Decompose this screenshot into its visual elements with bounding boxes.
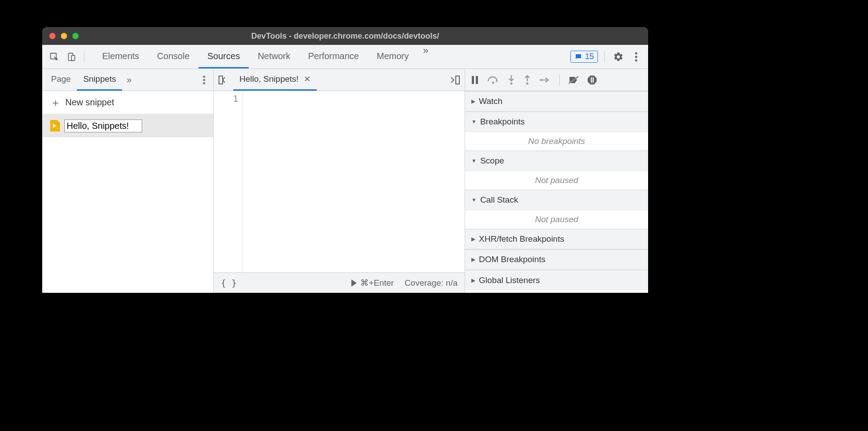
svg-point-7 — [203, 79, 205, 80]
section-watch-label: Watch — [479, 96, 502, 106]
code-area[interactable]: 1 — [214, 91, 465, 272]
section-global-listeners[interactable]: ▶ Global Listeners — [465, 270, 648, 290]
messages-count: 15 — [585, 52, 594, 61]
svg-rect-20 — [591, 77, 592, 83]
collapse-triangle-icon: ▶ — [471, 236, 475, 242]
debug-divider — [559, 74, 560, 86]
sources-sidebar: Page Snippets » ＋ New snippet — [42, 69, 214, 293]
step-over-icon[interactable] — [487, 76, 499, 84]
svg-point-16 — [540, 79, 542, 81]
pause-icon[interactable] — [471, 76, 478, 84]
coverage-label: Coverage: n/a — [405, 278, 458, 288]
svg-point-8 — [203, 82, 205, 84]
section-global-label: Global Listeners — [479, 275, 540, 285]
sidebar-more-chevron-icon[interactable]: » — [122, 75, 136, 85]
tab-network[interactable]: Network — [249, 45, 299, 68]
debugger-pane: ▶ Watch ▼ Breakpoints No breakpoints ▼ S… — [465, 69, 648, 293]
run-snippet-button[interactable]: ⌘+Enter — [351, 278, 394, 288]
svg-point-6 — [203, 76, 205, 77]
svg-point-4 — [635, 56, 637, 58]
callstack-body: Not paused — [465, 210, 648, 229]
section-xhr-label: XHR/fetch Breakpoints — [479, 234, 564, 244]
line-gutter: 1 — [214, 91, 243, 272]
traffic-lights — [49, 33, 79, 39]
tab-performance[interactable]: Performance — [299, 45, 368, 68]
code-content[interactable] — [243, 91, 465, 272]
tab-console[interactable]: Console — [148, 45, 198, 68]
editor-tab-label: Hello, Snippets! — [239, 74, 299, 84]
section-xhr-breakpoints[interactable]: ▶ XHR/fetch Breakpoints — [465, 229, 648, 249]
svg-point-3 — [635, 52, 637, 54]
new-snippet-button[interactable]: ＋ New snippet — [42, 91, 213, 114]
editor-footer: { } ⌘+Enter Coverage: n/a — [214, 272, 465, 293]
expand-triangle-icon: ▼ — [471, 119, 477, 125]
svg-rect-11 — [472, 76, 474, 84]
sidebar-kebab-icon[interactable] — [197, 76, 211, 84]
step-out-icon[interactable] — [524, 75, 531, 85]
svg-rect-10 — [456, 76, 459, 84]
titlebar: DevTools - developer.chrome.com/docs/dev… — [42, 27, 648, 45]
navigate-forward-icon[interactable] — [448, 73, 461, 87]
svg-point-13 — [492, 81, 494, 84]
panel-tabs: Elements Console Sources Network Perform… — [93, 45, 434, 68]
section-callstack-label: Call Stack — [480, 195, 518, 205]
main-toolbar: Elements Console Sources Network Perform… — [42, 45, 648, 69]
close-window-button[interactable] — [49, 33, 56, 39]
toolbar-divider — [604, 51, 605, 63]
devtools-window: DevTools - developer.chrome.com/docs/dev… — [42, 27, 648, 293]
svg-point-5 — [635, 59, 637, 61]
collapse-triangle-icon: ▶ — [471, 256, 475, 263]
collapse-triangle-icon: ▶ — [471, 98, 475, 104]
tab-memory[interactable]: Memory — [368, 45, 418, 68]
breakpoints-body: No breakpoints — [465, 132, 648, 151]
deactivate-breakpoints-icon[interactable] — [569, 76, 578, 84]
sidebar-tab-snippets[interactable]: Snippets — [77, 69, 122, 91]
more-tabs-chevron-icon[interactable]: » — [418, 45, 434, 68]
toolbar-divider — [84, 51, 84, 63]
code-editor: Hello, Snippets! ✕ 1 { } ⌘+Enter — [214, 69, 465, 293]
pause-on-exceptions-icon[interactable] — [587, 75, 597, 85]
snippet-name-input[interactable] — [64, 120, 142, 132]
section-dom-breakpoints[interactable]: ▶ DOM Breakpoints — [465, 249, 648, 270]
run-shortcut-label: ⌘+Enter — [360, 278, 394, 288]
section-watch[interactable]: ▶ Watch — [465, 91, 648, 112]
svg-point-14 — [510, 82, 513, 84]
new-snippet-label: New snippet — [65, 97, 114, 108]
section-scope[interactable]: ▼ Scope — [465, 151, 648, 171]
more-options-kebab-icon[interactable] — [629, 49, 644, 64]
tab-elements[interactable]: Elements — [93, 45, 148, 68]
svg-rect-21 — [593, 77, 594, 83]
svg-rect-12 — [476, 76, 478, 84]
inspect-element-icon[interactable] — [47, 49, 62, 64]
snippet-list-item[interactable] — [42, 114, 213, 137]
play-icon — [351, 279, 357, 287]
tab-sources[interactable]: Sources — [199, 45, 249, 68]
line-number: 1 — [214, 94, 238, 104]
pretty-print-icon[interactable]: { } — [221, 278, 237, 288]
editor-tabbar: Hello, Snippets! ✕ — [214, 69, 465, 91]
section-scope-label: Scope — [480, 156, 504, 166]
messages-badge[interactable]: 15 — [570, 51, 598, 63]
svg-rect-2 — [72, 55, 75, 60]
device-toggle-icon[interactable] — [64, 49, 79, 64]
minimize-window-button[interactable] — [61, 33, 67, 39]
section-dom-label: DOM Breakpoints — [479, 255, 545, 264]
collapse-triangle-icon: ▶ — [471, 277, 475, 283]
expand-triangle-icon: ▼ — [471, 197, 477, 203]
window-title: DevTools - developer.chrome.com/docs/dev… — [251, 32, 439, 41]
step-icon[interactable] — [540, 76, 550, 84]
step-into-icon[interactable] — [508, 75, 515, 85]
editor-tab[interactable]: Hello, Snippets! ✕ — [233, 69, 317, 91]
section-breakpoints-label: Breakpoints — [480, 117, 525, 127]
chat-icon — [574, 53, 582, 61]
close-tab-icon[interactable]: ✕ — [304, 74, 311, 84]
navigate-back-icon[interactable] — [217, 73, 231, 87]
section-callstack[interactable]: ▼ Call Stack — [465, 190, 648, 210]
sidebar-tabs: Page Snippets » — [42, 69, 213, 91]
settings-gear-icon[interactable] — [611, 49, 626, 64]
expand-triangle-icon: ▼ — [471, 158, 477, 164]
sidebar-tab-page[interactable]: Page — [45, 69, 77, 91]
section-breakpoints[interactable]: ▼ Breakpoints — [465, 112, 648, 132]
maximize-window-button[interactable] — [72, 33, 79, 39]
snippet-file-icon — [50, 120, 60, 132]
